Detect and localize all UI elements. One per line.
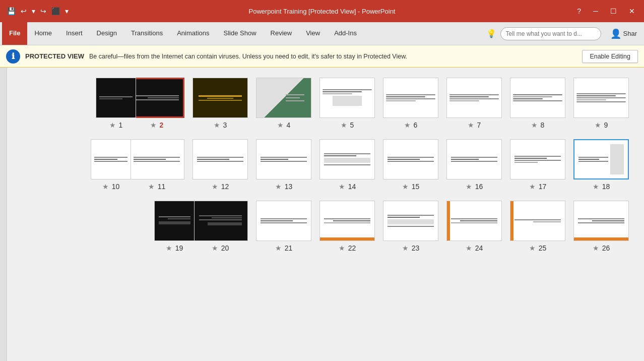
slide-number-22: 22 xyxy=(348,244,356,252)
close-button[interactable]: ✕ xyxy=(625,6,639,16)
slide-star-20: ★ xyxy=(212,244,218,252)
tab-file[interactable]: File xyxy=(2,22,27,45)
slide-thumb-20 xyxy=(192,201,248,241)
tab-addins[interactable]: Add-Ins xyxy=(327,22,364,45)
slide-meta-23: ★ 23 xyxy=(402,244,420,252)
slide-item-25[interactable]: ★ 25 xyxy=(510,201,565,252)
slide-item-22[interactable]: ★ 22 xyxy=(319,201,375,252)
save-button[interactable]: 💾 xyxy=(5,6,18,16)
slide-star-26: ★ xyxy=(593,244,599,252)
slide-thumb-7 xyxy=(446,78,502,118)
ribbon-search-area: 💡 👤 Shar xyxy=(486,27,642,40)
slide-item-12[interactable]: ★ 12 xyxy=(192,139,248,191)
enable-editing-button[interactable]: Enable Editing xyxy=(582,50,638,63)
slide-number-13: 13 xyxy=(285,183,293,191)
tab-home[interactable]: Home xyxy=(27,22,59,45)
slide-star-9: ★ xyxy=(595,121,601,129)
slide-item-26[interactable]: ★ 26 xyxy=(573,201,629,252)
slide-thumb-22 xyxy=(319,201,375,241)
left-sidebar xyxy=(0,68,7,361)
slide-thumb-23 xyxy=(383,201,438,241)
slide-number-3: 3 xyxy=(223,121,227,129)
slide-number-25: 25 xyxy=(539,244,547,252)
slide-item-20[interactable]: ★ 20 xyxy=(192,201,248,252)
slide-star-8: ★ xyxy=(531,121,538,129)
slide-star-6: ★ xyxy=(404,121,411,129)
slide-item-7[interactable]: ★ 7 xyxy=(446,78,502,129)
slide-star-22: ★ xyxy=(339,244,345,252)
slide-star-3: ★ xyxy=(214,121,220,129)
minimize-button[interactable]: ─ xyxy=(589,6,602,16)
slide-star-23: ★ xyxy=(402,244,409,252)
slide-item-16[interactable]: ★ 16 xyxy=(446,139,502,191)
slide-item-8[interactable]: ★ 8 xyxy=(510,78,565,129)
customize-qat[interactable]: ▾ xyxy=(63,6,71,16)
slide-meta-9: ★ 9 xyxy=(595,121,608,129)
main-content: ★ 9 xyxy=(0,68,644,361)
slides-row-3: ★ 26 xyxy=(22,201,629,252)
slide-number-7: 7 xyxy=(477,121,481,129)
slide-item-24[interactable]: ★ 24 xyxy=(446,201,502,252)
slide-number-11: 11 xyxy=(158,183,166,191)
slide-item-2[interactable]: ★ 2 xyxy=(129,78,184,129)
tab-review[interactable]: Review xyxy=(264,22,299,45)
slide-meta-15: ★ 15 xyxy=(402,183,420,191)
slide-item-15[interactable]: ★ 15 xyxy=(383,139,438,191)
slide-thumb-25 xyxy=(510,201,565,241)
lightbulb-icon: 💡 xyxy=(486,29,496,38)
tab-insert[interactable]: Insert xyxy=(59,22,90,45)
slide-item-3[interactable]: ★ 3 xyxy=(192,78,248,129)
slide-meta-16: ★ 16 xyxy=(466,183,483,191)
slide-meta-6: ★ 6 xyxy=(404,121,418,129)
slide-thumb-6 xyxy=(383,78,438,118)
slide-item-18[interactable]: ★ 18 xyxy=(573,139,629,191)
tab-transitions[interactable]: Transitions xyxy=(124,22,170,45)
slide-item-9[interactable]: ★ 9 xyxy=(573,78,629,129)
slide-item-19[interactable]: ★ 19 xyxy=(154,201,195,252)
slide-thumb-11 xyxy=(129,139,184,179)
slide-thumb-3 xyxy=(192,78,248,118)
tab-slideshow[interactable]: Slide Show xyxy=(217,22,264,45)
slide-number-12: 12 xyxy=(221,183,229,191)
tab-design[interactable]: Design xyxy=(90,22,124,45)
slide-thumb-24 xyxy=(446,201,502,241)
slide-item-21[interactable]: ★ 21 xyxy=(256,201,311,252)
slide-meta-17: ★ 17 xyxy=(529,183,547,191)
slide-meta-11: ★ 11 xyxy=(148,183,166,191)
redo-button[interactable]: ↪ xyxy=(38,6,48,16)
search-input[interactable] xyxy=(500,27,601,40)
presentation-button[interactable]: ⬛ xyxy=(49,6,62,16)
slide-item-23[interactable]: ★ 23 xyxy=(383,201,438,252)
slide-meta-8: ★ 8 xyxy=(531,121,545,129)
slide-item-10[interactable]: ★ 10 xyxy=(91,139,131,191)
tab-animations[interactable]: Animations xyxy=(170,22,216,45)
slide-item-4[interactable]: ★ 4 xyxy=(256,78,311,129)
undo-dropdown[interactable]: ▾ xyxy=(30,6,37,16)
slide-meta-19: ★ 19 xyxy=(166,244,183,252)
slide-thumb-2 xyxy=(129,78,184,118)
slide-meta-12: ★ 12 xyxy=(212,183,229,191)
slide-star-25: ★ xyxy=(529,244,536,252)
undo-button[interactable]: ↩ xyxy=(19,6,29,16)
slide-item-6[interactable]: ★ 6 xyxy=(383,78,438,129)
slide-meta-22: ★ 22 xyxy=(339,244,356,252)
slide-meta-18: ★ 18 xyxy=(593,183,610,191)
tab-view[interactable]: View xyxy=(299,22,327,45)
maximize-button[interactable]: ☐ xyxy=(606,6,621,16)
slide-thumb-1 xyxy=(96,78,136,118)
slide-thumb-16 xyxy=(446,139,502,179)
slide-thumb-12 xyxy=(192,139,248,179)
slide-item-14[interactable]: ★ 14 xyxy=(319,139,375,191)
slide-thumb-19 xyxy=(154,201,195,241)
user-area: 👤 Shar xyxy=(605,28,642,39)
slide-star-17: ★ xyxy=(529,183,536,191)
slide-item-5[interactable]: ★ 5 xyxy=(319,78,375,129)
slide-thumb-8 xyxy=(510,78,565,118)
slide-meta-26: ★ 26 xyxy=(593,244,610,252)
slide-item-11[interactable]: ★ 11 xyxy=(129,139,184,191)
slides-grid: ★ 9 xyxy=(22,78,629,252)
slide-item-13[interactable]: ★ 13 xyxy=(256,139,311,191)
help-button[interactable]: ? xyxy=(573,6,585,16)
slide-item-17[interactable]: ★ 17 xyxy=(510,139,565,191)
protected-view-label: PROTECTED VIEW xyxy=(25,52,84,60)
